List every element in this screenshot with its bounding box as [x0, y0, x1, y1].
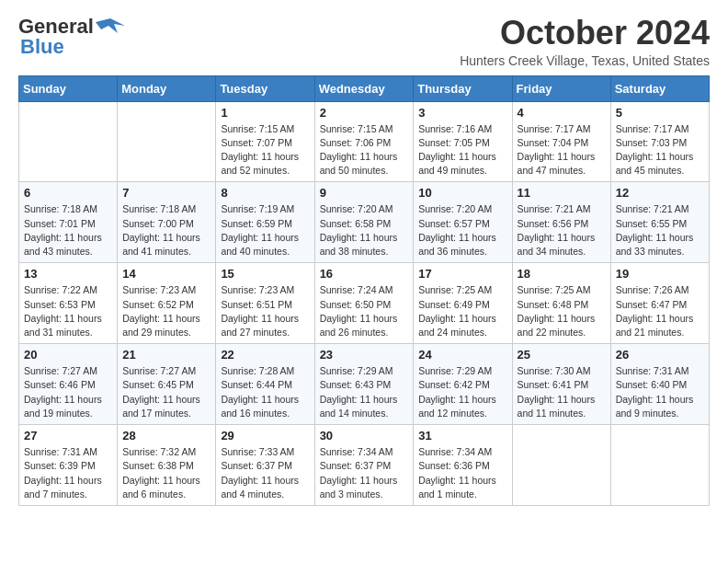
day-number: 27	[24, 429, 112, 442]
day-number: 12	[616, 186, 704, 200]
day-info: Sunrise: 7:18 AM Sunset: 7:00 PM Dayligh…	[122, 202, 210, 259]
day-number: 6	[24, 186, 112, 200]
day-info: Sunrise: 7:23 AM Sunset: 6:51 PM Dayligh…	[221, 283, 309, 339]
day-number: 22	[221, 348, 309, 362]
weekday-header-saturday: Saturday	[610, 75, 709, 101]
day-number: 2	[320, 106, 409, 120]
day-number: 7	[122, 186, 210, 200]
day-number: 14	[122, 267, 210, 281]
day-info: Sunrise: 7:17 AM Sunset: 7:04 PM Dayligh…	[518, 122, 606, 178]
day-info: Sunrise: 7:25 AM Sunset: 6:49 PM Dayligh…	[418, 283, 506, 339]
logo-bird-icon	[96, 17, 125, 35]
day-number: 4	[518, 106, 606, 120]
calendar-cell: 6Sunrise: 7:18 AM Sunset: 7:01 PM Daylig…	[19, 182, 118, 263]
calendar-week-2: 6Sunrise: 7:18 AM Sunset: 7:01 PM Daylig…	[19, 182, 710, 263]
day-number: 25	[518, 348, 606, 362]
day-number: 24	[418, 348, 506, 362]
day-number: 23	[320, 348, 409, 362]
day-number: 28	[122, 429, 210, 442]
day-number: 29	[221, 429, 309, 442]
calendar-cell: 1Sunrise: 7:15 AM Sunset: 7:07 PM Daylig…	[216, 101, 314, 182]
day-info: Sunrise: 7:31 AM Sunset: 6:39 PM Dayligh…	[24, 445, 112, 501]
calendar-cell: 27Sunrise: 7:31 AM Sunset: 6:39 PM Dayli…	[19, 425, 118, 506]
day-info: Sunrise: 7:32 AM Sunset: 6:38 PM Dayligh…	[122, 445, 210, 501]
day-info: Sunrise: 7:27 AM Sunset: 6:45 PM Dayligh…	[122, 364, 210, 420]
header: General Blue October 2024 Hunters Creek …	[18, 15, 710, 68]
calendar-cell: 4Sunrise: 7:17 AM Sunset: 7:04 PM Daylig…	[512, 101, 610, 182]
calendar-cell	[19, 101, 118, 182]
weekday-header-tuesday: Tuesday	[216, 75, 314, 101]
day-info: Sunrise: 7:21 AM Sunset: 6:56 PM Dayligh…	[518, 202, 606, 259]
calendar-cell: 5Sunrise: 7:17 AM Sunset: 7:03 PM Daylig…	[610, 101, 709, 182]
day-info: Sunrise: 7:33 AM Sunset: 6:37 PM Dayligh…	[221, 445, 309, 501]
day-number: 10	[418, 186, 506, 200]
weekday-header-thursday: Thursday	[414, 75, 512, 101]
month-title: October 2024	[460, 15, 710, 52]
calendar-table: SundayMondayTuesdayWednesdayThursdayFrid…	[18, 75, 710, 506]
day-number: 17	[418, 267, 506, 281]
calendar-cell: 20Sunrise: 7:27 AM Sunset: 6:46 PM Dayli…	[19, 344, 118, 425]
day-info: Sunrise: 7:25 AM Sunset: 6:48 PM Dayligh…	[518, 283, 606, 339]
day-info: Sunrise: 7:26 AM Sunset: 6:47 PM Dayligh…	[616, 283, 704, 339]
day-info: Sunrise: 7:16 AM Sunset: 7:05 PM Dayligh…	[418, 122, 506, 178]
day-number: 9	[320, 186, 409, 200]
day-number: 1	[221, 106, 309, 120]
weekday-header-wednesday: Wednesday	[314, 75, 414, 101]
day-info: Sunrise: 7:22 AM Sunset: 6:53 PM Dayligh…	[24, 283, 112, 339]
calendar-cell: 12Sunrise: 7:21 AM Sunset: 6:55 PM Dayli…	[610, 182, 709, 263]
day-number: 15	[221, 267, 309, 281]
day-number: 30	[320, 429, 409, 442]
calendar-cell: 18Sunrise: 7:25 AM Sunset: 6:48 PM Dayli…	[512, 263, 610, 344]
logo: General Blue	[18, 15, 125, 59]
day-info: Sunrise: 7:15 AM Sunset: 7:06 PM Dayligh…	[320, 122, 409, 178]
calendar-cell: 21Sunrise: 7:27 AM Sunset: 6:45 PM Dayli…	[118, 344, 216, 425]
page: General Blue October 2024 Hunters Creek …	[0, 0, 728, 524]
day-number: 16	[320, 267, 409, 281]
calendar-week-3: 13Sunrise: 7:22 AM Sunset: 6:53 PM Dayli…	[19, 263, 710, 344]
day-number: 26	[616, 348, 704, 362]
calendar-cell: 26Sunrise: 7:31 AM Sunset: 6:40 PM Dayli…	[610, 344, 709, 425]
calendar-cell: 31Sunrise: 7:34 AM Sunset: 6:36 PM Dayli…	[414, 425, 512, 506]
day-info: Sunrise: 7:29 AM Sunset: 6:42 PM Dayligh…	[418, 364, 506, 420]
calendar-cell: 30Sunrise: 7:34 AM Sunset: 6:37 PM Dayli…	[314, 425, 414, 506]
day-number: 5	[616, 106, 704, 120]
calendar-cell: 23Sunrise: 7:29 AM Sunset: 6:43 PM Dayli…	[314, 344, 414, 425]
calendar-week-4: 20Sunrise: 7:27 AM Sunset: 6:46 PM Dayli…	[19, 344, 710, 425]
calendar-cell: 28Sunrise: 7:32 AM Sunset: 6:38 PM Dayli…	[118, 425, 216, 506]
day-number: 19	[616, 267, 704, 281]
calendar-cell: 2Sunrise: 7:15 AM Sunset: 7:06 PM Daylig…	[314, 101, 414, 182]
day-number: 31	[418, 429, 506, 442]
day-info: Sunrise: 7:30 AM Sunset: 6:41 PM Dayligh…	[518, 364, 606, 420]
day-number: 11	[518, 186, 606, 200]
day-info: Sunrise: 7:21 AM Sunset: 6:55 PM Dayligh…	[616, 202, 704, 259]
day-info: Sunrise: 7:27 AM Sunset: 6:46 PM Dayligh…	[24, 364, 112, 420]
calendar-cell: 19Sunrise: 7:26 AM Sunset: 6:47 PM Dayli…	[610, 263, 709, 344]
day-number: 20	[24, 348, 112, 362]
day-info: Sunrise: 7:31 AM Sunset: 6:40 PM Dayligh…	[616, 364, 704, 420]
svg-marker-0	[96, 18, 125, 33]
calendar-cell: 29Sunrise: 7:33 AM Sunset: 6:37 PM Dayli…	[216, 425, 314, 506]
calendar-cell: 17Sunrise: 7:25 AM Sunset: 6:49 PM Dayli…	[414, 263, 512, 344]
day-info: Sunrise: 7:20 AM Sunset: 6:58 PM Dayligh…	[320, 202, 409, 259]
weekday-header-friday: Friday	[512, 75, 610, 101]
day-info: Sunrise: 7:17 AM Sunset: 7:03 PM Dayligh…	[616, 122, 704, 178]
calendar-cell: 14Sunrise: 7:23 AM Sunset: 6:52 PM Dayli…	[118, 263, 216, 344]
day-info: Sunrise: 7:34 AM Sunset: 6:36 PM Dayligh…	[418, 445, 506, 501]
calendar-cell	[118, 101, 216, 182]
day-number: 13	[24, 267, 112, 281]
calendar-cell: 24Sunrise: 7:29 AM Sunset: 6:42 PM Dayli…	[414, 344, 512, 425]
calendar-cell: 11Sunrise: 7:21 AM Sunset: 6:56 PM Dayli…	[512, 182, 610, 263]
day-info: Sunrise: 7:34 AM Sunset: 6:37 PM Dayligh…	[320, 445, 409, 501]
weekday-header-sunday: Sunday	[19, 75, 118, 101]
calendar-cell: 9Sunrise: 7:20 AM Sunset: 6:58 PM Daylig…	[314, 182, 414, 263]
calendar-cell: 22Sunrise: 7:28 AM Sunset: 6:44 PM Dayli…	[216, 344, 314, 425]
calendar-cell	[610, 425, 709, 506]
day-number: 18	[518, 267, 606, 281]
title-area: October 2024 Hunters Creek Village, Texa…	[460, 15, 710, 68]
day-info: Sunrise: 7:15 AM Sunset: 7:07 PM Dayligh…	[221, 122, 309, 178]
logo-blue-text: Blue	[20, 35, 64, 59]
day-number: 21	[122, 348, 210, 362]
weekday-header-row: SundayMondayTuesdayWednesdayThursdayFrid…	[19, 75, 710, 101]
day-info: Sunrise: 7:20 AM Sunset: 6:57 PM Dayligh…	[418, 202, 506, 259]
day-number: 3	[418, 106, 506, 120]
